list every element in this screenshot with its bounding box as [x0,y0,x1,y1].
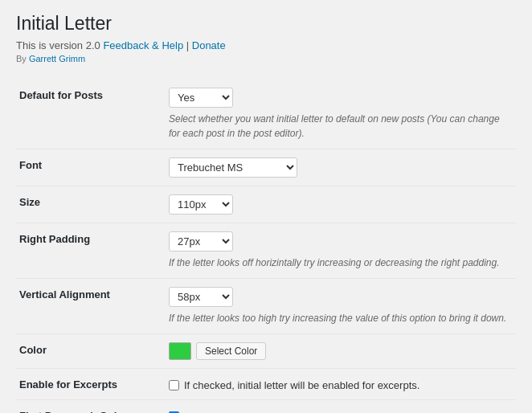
enable-excerpts-description: If checked, initial letter will be enabl… [184,379,419,391]
row-default-for-posts: Default for Posts Yes No Select whether … [16,80,516,149]
feedback-link[interactable]: Feedback & Help [103,39,183,51]
label-default-for-posts: Default for Posts [16,80,161,149]
by-line: By Garrett Grimm [16,54,516,63]
page-wrapper: Initial Letter This is version 2.0 Feedb… [0,0,532,413]
by-text: By [16,54,27,63]
label-color: Color [16,334,161,369]
enable-excerpts-row: If checked, initial letter will be enabl… [169,377,513,391]
cell-default-for-posts: Yes No Select whether you want initial l… [161,80,516,149]
select-default-for-posts[interactable]: Yes No [169,88,233,108]
row-size: Size 80px 90px 100px 110px 120px 130px 1… [16,186,516,223]
label-font: Font [16,149,161,186]
label-right-padding: Right Padding [16,223,161,279]
cell-color: Select Color [161,334,516,369]
color-picker-row: Select Color [169,342,513,360]
page-title: Initial Letter [16,13,516,35]
select-color-button[interactable]: Select Color [196,342,266,360]
checkbox-enable-excerpts[interactable] [169,380,179,391]
cell-right-padding: 0px 5px 10px 15px 20px 25px 27px 30px If… [161,223,516,279]
row-vertical-alignment: Vertical Alignment 40px 45px 50px 55px 5… [16,279,516,334]
first-paragraph-row: If checked, only the first paragraph in … [169,408,513,413]
select-vertical-alignment[interactable]: 40px 45px 50px 55px 58px 60px 65px 70px [169,287,233,307]
cell-first-paragraph: If checked, only the first paragraph in … [161,400,516,414]
row-first-paragraph: First Paragraph Only If checked, only th… [16,400,516,414]
hint-default-for-posts: Select whether you want initial letter t… [169,112,513,141]
label-enable-excerpts: Enable for Excerpts [16,369,161,400]
version-text: This is version 2.0 [16,39,100,51]
cell-size: 80px 90px 100px 110px 120px 130px 140px [161,186,516,223]
donate-link[interactable]: Donate [192,39,226,51]
cell-enable-excerpts: If checked, initial letter will be enabl… [161,369,516,400]
color-swatch[interactable] [169,342,191,360]
label-vertical-alignment: Vertical Alignment [16,279,161,334]
cell-font: Trebuchet MS Arial Georgia Times New Rom… [161,149,516,186]
select-right-padding[interactable]: 0px 5px 10px 15px 20px 25px 27px 30px [169,231,233,251]
row-right-padding: Right Padding 0px 5px 10px 15px 20px 25p… [16,223,516,279]
version-line: This is version 2.0 Feedback & Help | Do… [16,39,516,51]
select-size[interactable]: 80px 90px 100px 110px 120px 130px 140px [169,194,233,215]
row-font: Font Trebuchet MS Arial Georgia Times Ne… [16,149,516,186]
select-font[interactable]: Trebuchet MS Arial Georgia Times New Rom… [169,157,297,178]
row-enable-excerpts: Enable for Excerpts If checked, initial … [16,369,516,400]
settings-table: Default for Posts Yes No Select whether … [16,80,516,413]
label-first-paragraph: First Paragraph Only [16,400,161,414]
hint-right-padding: If the letter looks off horizintally try… [169,256,513,270]
author-link[interactable]: Garrett Grimm [29,54,85,63]
hint-vertical-alignment: If the letter looks too high try increas… [169,311,513,325]
cell-vertical-alignment: 40px 45px 50px 55px 58px 60px 65px 70px … [161,279,516,334]
separator: | [186,39,189,51]
label-size: Size [16,186,161,223]
row-color: Color Select Color [16,334,516,369]
